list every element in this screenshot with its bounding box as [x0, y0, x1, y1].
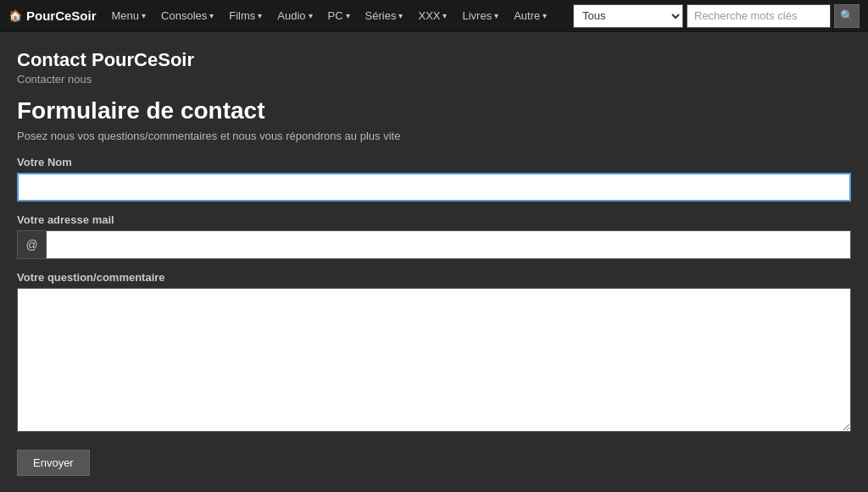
email-wrapper: @	[17, 230, 851, 259]
nom-input[interactable]	[17, 173, 851, 202]
nav-item-xxx[interactable]: XXX ▾	[411, 4, 453, 27]
nom-label: Votre Nom	[17, 156, 851, 169]
email-group: Votre adresse mail @	[17, 213, 851, 259]
caret-icon: ▾	[398, 11, 403, 20]
nav-item-films[interactable]: Films ▾	[222, 4, 269, 27]
page-title: Contact PourCeSoir	[17, 49, 851, 71]
caret-icon: ▾	[442, 11, 447, 20]
navbar: 🏠 PourCeSoir Menu ▾ Consoles ▾ Films ▾ A…	[0, 0, 868, 32]
nav-item-menu[interactable]: Menu ▾	[105, 4, 153, 27]
caret-icon: ▾	[309, 11, 313, 20]
nav-item-livres[interactable]: Livres ▾	[455, 4, 505, 27]
submit-button[interactable]: Envoyer	[17, 450, 90, 476]
search-icon: 🔍	[840, 9, 854, 22]
search-category-dropdown[interactable]: Tous Films Séries Consoles Audio PC Livr…	[573, 4, 683, 28]
caret-icon: ▾	[542, 11, 547, 20]
nav-item-autre[interactable]: Autre ▾	[507, 4, 554, 27]
nav-item-pc[interactable]: PC ▾	[321, 4, 357, 27]
nav-search: Tous Films Séries Consoles Audio PC Livr…	[573, 4, 860, 28]
search-input[interactable]	[687, 4, 831, 28]
caret-icon: ▾	[346, 11, 350, 20]
nav-item-consoles[interactable]: Consoles ▾	[154, 4, 220, 27]
form-title: Formulaire de contact	[17, 97, 851, 124]
nav-brand[interactable]: 🏠 PourCeSoir	[8, 8, 97, 23]
comment-label: Votre question/commentaire	[17, 271, 851, 284]
main-content: Contact PourCeSoir Contacter nous Formul…	[0, 32, 868, 492]
page-subtitle: Contacter nous	[17, 73, 851, 86]
caret-icon: ▾	[142, 11, 146, 20]
at-symbol: @	[17, 230, 46, 259]
nav-items: Menu ▾ Consoles ▾ Films ▾ Audio ▾ PC ▾ S…	[105, 4, 573, 27]
comment-group: Votre question/commentaire	[17, 271, 851, 434]
caret-icon: ▾	[494, 11, 498, 20]
search-button[interactable]: 🔍	[834, 4, 860, 28]
nav-item-audio[interactable]: Audio ▾	[270, 4, 319, 27]
home-icon: 🏠	[8, 9, 22, 22]
nav-item-series[interactable]: Séries ▾	[359, 4, 410, 27]
email-input[interactable]	[46, 230, 851, 259]
brand-name: PourCeSoir	[26, 8, 97, 23]
contact-form: Votre Nom Votre adresse mail @ Votre que…	[17, 156, 851, 476]
nom-group: Votre Nom	[17, 156, 851, 202]
comment-textarea[interactable]	[17, 288, 851, 432]
email-label: Votre adresse mail	[17, 213, 851, 226]
form-description: Posez nous vos questions/commentaires et…	[17, 130, 851, 142]
caret-icon: ▾	[209, 11, 214, 20]
caret-icon: ▾	[258, 11, 262, 20]
